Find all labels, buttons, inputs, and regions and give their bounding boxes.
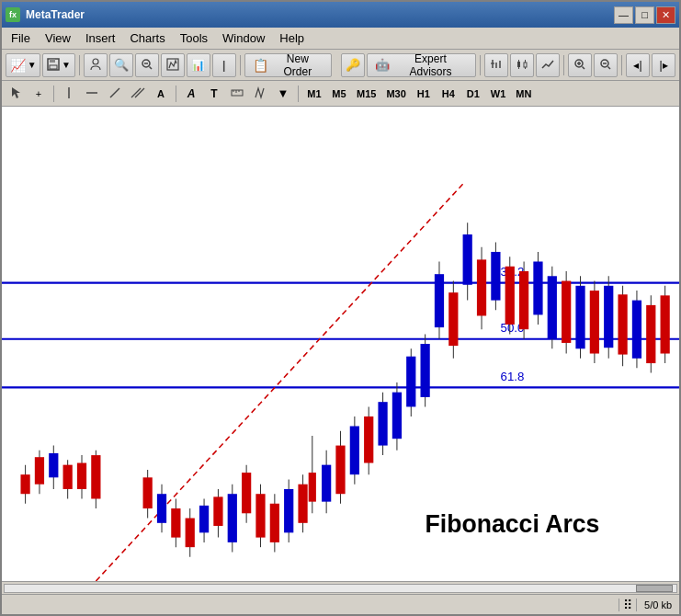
save-button[interactable]: ▼ <box>42 53 74 77</box>
color-picker-button[interactable]: ▼ <box>273 84 293 104</box>
wave-button[interactable] <box>250 84 270 104</box>
horizontal-scrollbar[interactable] <box>2 581 679 594</box>
status-bar: ⠿ 5/0 kb <box>2 594 679 614</box>
toolbar-separator-4 <box>563 55 564 75</box>
scroll-left-icon: ◂| <box>633 59 641 72</box>
svg-rect-111 <box>533 261 542 314</box>
svg-rect-123 <box>618 294 627 354</box>
bar-chart-button[interactable] <box>484 53 508 77</box>
toolbar-separator-2 <box>240 55 241 75</box>
vertical-line-button[interactable] <box>59 84 79 104</box>
menu-help[interactable]: Help <box>272 29 312 47</box>
draw-sep-3 <box>298 86 299 102</box>
menu-window[interactable]: Window <box>215 29 272 47</box>
cursor-icon <box>9 86 22 101</box>
tf-m1[interactable]: M1 <box>303 84 325 104</box>
tf-d1[interactable]: D1 <box>462 84 484 104</box>
svg-rect-43 <box>20 474 29 494</box>
channel-button[interactable] <box>128 84 148 104</box>
new-order-button[interactable]: 📋 New Order <box>244 53 332 77</box>
toolbar-separator-1 <box>79 55 80 75</box>
horizontal-line-icon <box>85 86 98 101</box>
fib-button[interactable]: A <box>151 84 171 104</box>
draw-sep-1 <box>53 86 54 102</box>
scroll-track[interactable] <box>4 584 677 593</box>
chart-area[interactable]: 38.2 50.0 61.8 <box>2 107 679 581</box>
horizontal-line-button[interactable] <box>82 84 102 104</box>
measure-button[interactable] <box>227 84 247 104</box>
svg-rect-107 <box>505 267 515 325</box>
wave-icon <box>254 86 267 101</box>
menu-charts[interactable]: Charts <box>122 29 172 47</box>
title-bar-buttons: — □ ✕ <box>614 6 675 24</box>
new-order-label: New Order <box>272 52 323 78</box>
lock-button[interactable]: 🔑 <box>341 53 365 77</box>
svg-rect-77 <box>298 485 307 523</box>
zoom-in-button[interactable]: 🔍 <box>109 53 133 77</box>
tf-m5[interactable]: M5 <box>328 84 350 104</box>
menu-view[interactable]: View <box>38 29 78 47</box>
period-icon: | <box>222 59 225 72</box>
indicators-button[interactable]: 📊 <box>187 53 210 77</box>
svg-rect-79 <box>309 473 316 502</box>
main-window: fx MetaTrader — □ ✕ File View Insert Cha… <box>0 0 681 616</box>
profiles-button[interactable] <box>84 53 108 77</box>
minimize-button[interactable]: — <box>614 6 633 24</box>
chart-properties-button[interactable] <box>161 53 185 77</box>
svg-rect-121 <box>604 286 613 348</box>
title-bar-text: MetaTrader <box>26 8 614 21</box>
cursor-button[interactable] <box>6 84 26 104</box>
period-separator-button[interactable]: | <box>212 53 236 77</box>
svg-text:61.8: 61.8 <box>501 370 525 383</box>
tf-mn[interactable]: MN <box>512 84 535 104</box>
candle-icon <box>516 58 528 73</box>
tf-m15[interactable]: M15 <box>353 84 380 104</box>
vertical-line-icon <box>62 86 75 101</box>
svg-rect-119 <box>590 291 599 353</box>
menu-insert[interactable]: Insert <box>78 29 123 47</box>
zoom-out2-icon <box>599 58 612 73</box>
zoom-out2-button[interactable] <box>594 53 618 77</box>
new-chart-button[interactable]: 📈 ▼ <box>6 53 40 77</box>
zoom-in2-button[interactable] <box>568 53 592 77</box>
scroll-right-button[interactable]: |▸ <box>652 53 675 77</box>
lock-icon: 🔑 <box>346 58 360 72</box>
svg-rect-129 <box>661 295 670 353</box>
zoom-out-button[interactable] <box>135 53 159 77</box>
close-button[interactable]: ✕ <box>656 6 675 24</box>
svg-point-3 <box>93 59 98 64</box>
scroll-left-button[interactable]: ◂| <box>626 53 650 77</box>
trendline-icon <box>108 86 121 101</box>
candle-chart-button[interactable] <box>510 53 534 77</box>
text-button[interactable]: A <box>181 84 201 104</box>
tf-m30[interactable]: M30 <box>382 84 409 104</box>
text-icon: A <box>187 87 196 100</box>
line-chart-button[interactable] <box>536 53 560 77</box>
svg-line-24 <box>608 66 611 69</box>
color-picker-icon: ▼ <box>278 86 289 100</box>
svg-text:Fibonacci Arcs: Fibonacci Arcs <box>426 510 600 538</box>
svg-rect-67 <box>228 494 237 542</box>
svg-rect-109 <box>519 271 528 329</box>
trendline-button[interactable] <box>105 84 125 104</box>
svg-rect-85 <box>350 427 359 475</box>
tf-h1[interactable]: H1 <box>413 84 435 104</box>
maximize-button[interactable]: □ <box>635 6 654 24</box>
toolbar-separator-5 <box>621 55 622 75</box>
tf-w1[interactable]: W1 <box>487 84 510 104</box>
arrow-icon: T <box>210 87 217 100</box>
arrow-button[interactable]: T <box>204 84 224 104</box>
crosshair-button[interactable]: + <box>28 84 49 104</box>
svg-rect-105 <box>491 252 500 301</box>
svg-rect-63 <box>199 506 209 532</box>
grid-icon: ⠿ <box>623 598 632 612</box>
zoom-in2-icon <box>573 58 586 73</box>
menu-file[interactable]: File <box>4 29 38 47</box>
svg-rect-95 <box>421 344 430 397</box>
svg-rect-55 <box>143 477 153 508</box>
scroll-thumb[interactable] <box>636 585 673 592</box>
title-bar: fx MetaTrader — □ ✕ <box>2 2 679 28</box>
tf-h4[interactable]: H4 <box>437 84 460 104</box>
menu-tools[interactable]: Tools <box>173 29 215 47</box>
expert-advisors-button[interactable]: 🤖 Expert Advisors <box>367 53 476 77</box>
